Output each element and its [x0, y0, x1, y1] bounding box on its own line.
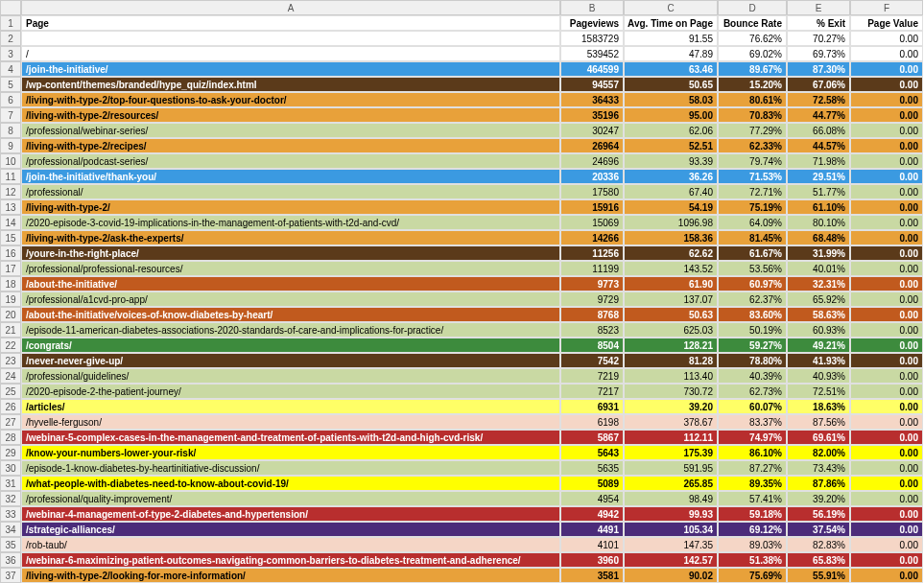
- col-header-E[interactable]: E: [787, 0, 850, 15]
- cell-pageviews[interactable]: 7542: [560, 353, 624, 368]
- cell-value[interactable]: 0.00: [850, 353, 923, 368]
- cell-pageviews[interactable]: 14266: [560, 230, 624, 245]
- cell-page[interactable]: /professional/guidelines/: [21, 368, 560, 384]
- cell-exit[interactable]: 37.54%: [787, 522, 850, 537]
- cell-value[interactable]: 0.00: [850, 31, 923, 46]
- cell-bounce[interactable]: 61.67%: [718, 245, 787, 261]
- cell-page[interactable]: /living-with-type-2/ask-the-experts/: [21, 230, 560, 245]
- cell-exit[interactable]: 44.77%: [787, 107, 850, 123]
- cell-value[interactable]: 0.00: [850, 460, 923, 476]
- cell-exit[interactable]: 82.00%: [787, 445, 850, 460]
- cell-page[interactable]: /living-with-type-2/recipes/: [21, 138, 560, 153]
- cell-pageviews[interactable]: 11199: [560, 261, 624, 276]
- cell-page[interactable]: /know-your-numbers-lower-your-risk/: [21, 445, 560, 460]
- cell-bounce[interactable]: 75.69%: [718, 568, 787, 583]
- cell-exit[interactable]: 72.58%: [787, 92, 850, 107]
- cell-exit[interactable]: 40.01%: [787, 261, 850, 276]
- cell-bounce[interactable]: 40.39%: [718, 368, 787, 384]
- cell-bounce[interactable]: 70.83%: [718, 107, 787, 123]
- cell-avg-time[interactable]: 142.57: [624, 552, 718, 568]
- cell-bounce[interactable]: 80.61%: [718, 92, 787, 107]
- cell-bounce[interactable]: 74.97%: [718, 430, 787, 445]
- cell-value[interactable]: 0.00: [850, 46, 923, 61]
- cell-avg-time[interactable]: 47.89: [624, 46, 718, 61]
- cell-value[interactable]: 0.00: [850, 92, 923, 107]
- cell-avg-time[interactable]: 95.00: [624, 107, 718, 123]
- cell-pageviews[interactable]: 7219: [560, 368, 624, 384]
- cell-avg-time[interactable]: 63.46: [624, 61, 718, 77]
- row-header-17[interactable]: 17: [0, 261, 21, 276]
- row-header-5[interactable]: 5: [0, 77, 21, 92]
- col-header-A[interactable]: A: [21, 0, 560, 15]
- col-header-F[interactable]: F: [850, 0, 923, 15]
- row-header-28[interactable]: 28: [0, 430, 21, 445]
- cell-avg-time[interactable]: 58.03: [624, 92, 718, 107]
- cell-pageviews[interactable]: 11256: [560, 245, 624, 261]
- cell-bounce[interactable]: 60.97%: [718, 276, 787, 292]
- cell-value[interactable]: 0.00: [850, 384, 923, 399]
- cell-value[interactable]: 0.00: [850, 399, 923, 414]
- cell-value[interactable]: 0.00: [850, 153, 923, 169]
- cell-value[interactable]: 0.00: [850, 445, 923, 460]
- cell-pageviews[interactable]: 5643: [560, 445, 624, 460]
- cell-exit[interactable]: 58.63%: [787, 307, 850, 322]
- cell-bounce[interactable]: 76.62%: [718, 31, 787, 46]
- cell-avg-time[interactable]: 625.03: [624, 322, 718, 338]
- cell-page[interactable]: /hyvelle-ferguson/: [21, 414, 560, 430]
- cell-exit[interactable]: 71.98%: [787, 153, 850, 169]
- cell-exit[interactable]: 65.83%: [787, 552, 850, 568]
- cell-page[interactable]: /webinar-5-complex-cases-in-the-manageme…: [21, 430, 560, 445]
- cell-bounce[interactable]: 69.02%: [718, 46, 787, 61]
- row-header-32[interactable]: 32: [0, 491, 21, 506]
- cell-pageviews[interactable]: 3581: [560, 568, 624, 583]
- cell-avg-time[interactable]: 62.62: [624, 245, 718, 261]
- cell-pageviews[interactable]: 464599: [560, 61, 624, 77]
- cell-value[interactable]: 0.00: [850, 123, 923, 138]
- cell-avg-time[interactable]: 50.65: [624, 77, 718, 92]
- cell-pageviews[interactable]: 36433: [560, 92, 624, 107]
- cell-bounce[interactable]: 69.12%: [718, 522, 787, 537]
- row-header-21[interactable]: 21: [0, 322, 21, 338]
- cell-bounce[interactable]: 83.37%: [718, 414, 787, 430]
- cell-value[interactable]: 0.00: [850, 552, 923, 568]
- cell-pageviews[interactable]: 15069: [560, 215, 624, 230]
- row-header-29[interactable]: 29: [0, 445, 21, 460]
- row-header-27[interactable]: 27: [0, 414, 21, 430]
- row-header-23[interactable]: 23: [0, 353, 21, 368]
- cell-bounce[interactable]: 59.18%: [718, 506, 787, 522]
- cell-bounce[interactable]: 60.07%: [718, 399, 787, 414]
- cell-page[interactable]: /join-the-initiative/thank-you/: [21, 169, 560, 184]
- cell-exit[interactable]: 82.83%: [787, 537, 850, 552]
- cell-bounce[interactable]: 57.41%: [718, 491, 787, 506]
- cell-exit[interactable]: 87.56%: [787, 414, 850, 430]
- cell-bounce[interactable]: 86.10%: [718, 445, 787, 460]
- cell-page[interactable]: /strategic-alliances/: [21, 522, 560, 537]
- cell-pageviews[interactable]: 5635: [560, 460, 624, 476]
- cell-pageviews[interactable]: 4101: [560, 537, 624, 552]
- row-header-14[interactable]: 14: [0, 215, 21, 230]
- cell-bounce[interactable]: 75.19%: [718, 199, 787, 215]
- cell-value[interactable]: 0.00: [850, 476, 923, 491]
- cell-page[interactable]: /youre-in-the-right-place/: [21, 245, 560, 261]
- row-header-26[interactable]: 26: [0, 399, 21, 414]
- cell-bounce[interactable]: 83.60%: [718, 307, 787, 322]
- row-header-2[interactable]: 2: [0, 31, 21, 46]
- cell-avg-time[interactable]: 93.39: [624, 153, 718, 169]
- cell-exit[interactable]: 87.30%: [787, 61, 850, 77]
- row-header-35[interactable]: 35: [0, 537, 21, 552]
- cell-bounce[interactable]: 78.80%: [718, 353, 787, 368]
- row-header-3[interactable]: 3: [0, 46, 21, 61]
- cell-pageviews[interactable]: 24696: [560, 153, 624, 169]
- row-header-19[interactable]: 19: [0, 292, 21, 307]
- cell-avg-time[interactable]: 54.19: [624, 199, 718, 215]
- cell-page[interactable]: /rob-taub/: [21, 537, 560, 552]
- cell-page[interactable]: /webinar-4-management-of-type-2-diabetes…: [21, 506, 560, 522]
- cell-page[interactable]: /living-with-type-2/top-four-questions-t…: [21, 92, 560, 107]
- cell-exit[interactable]: 66.08%: [787, 123, 850, 138]
- cell-value[interactable]: 0.00: [850, 292, 923, 307]
- cell-page[interactable]: /professional/: [21, 184, 560, 199]
- row-header-11[interactable]: 11: [0, 169, 21, 184]
- cell-value[interactable]: 0.00: [850, 491, 923, 506]
- cell-value[interactable]: 0.00: [850, 568, 923, 583]
- cell-exit[interactable]: 68.48%: [787, 230, 850, 245]
